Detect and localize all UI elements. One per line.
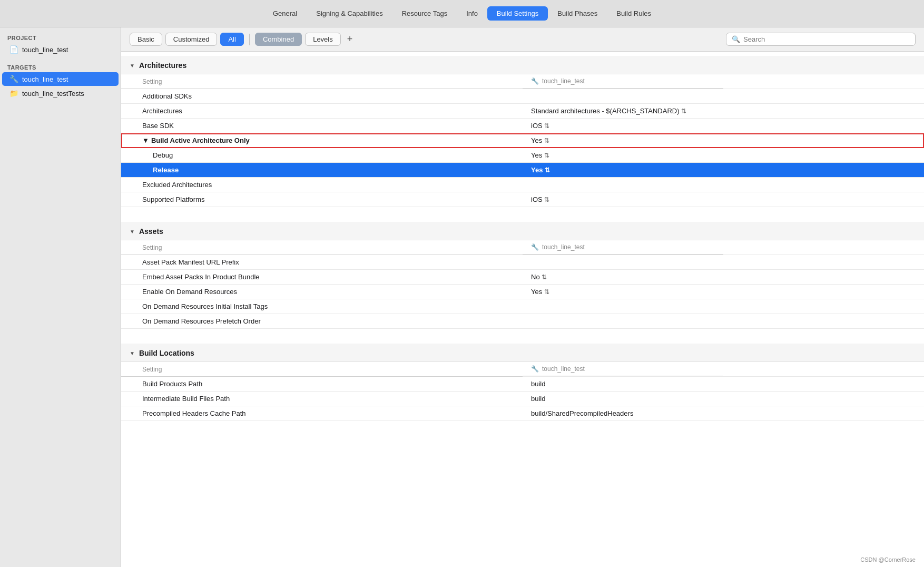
col-setting-header: Setting bbox=[121, 362, 523, 377]
sidebar-targets: 🔧 touch_line_test 📁 touch_line_testTests bbox=[0, 72, 121, 101]
target-icon-header: 🔧 bbox=[531, 77, 539, 85]
setting-value bbox=[523, 299, 924, 314]
setting-name: Supported Platforms bbox=[121, 192, 523, 207]
table-row[interactable]: Base SDKiOS ⇅ bbox=[121, 119, 924, 133]
table-row[interactable]: ReleaseYes ⇅ bbox=[121, 163, 924, 178]
stepper-icon[interactable]: ⇅ bbox=[544, 288, 549, 296]
sidebar-item-project[interactable]: 📄 touch_line_test bbox=[2, 43, 119, 56]
search-box: 🔍 bbox=[726, 33, 916, 46]
table-row[interactable]: Embed Asset Packs In Product BundleNo ⇅ bbox=[121, 270, 924, 285]
tab-build-phases[interactable]: Build Phases bbox=[548, 6, 607, 21]
table-row[interactable]: Enable On Demand ResourcesYes ⇅ bbox=[121, 285, 924, 299]
tab-signing[interactable]: Signing & Capabilities bbox=[307, 6, 392, 21]
table-row[interactable]: Precompiled Headers Cache Pathbuild/Shar… bbox=[121, 406, 924, 421]
table-row[interactable]: Build Products Pathbuild bbox=[121, 377, 924, 392]
setting-value: Standard architectures - $(ARCHS_STANDAR… bbox=[523, 104, 924, 119]
table-row[interactable]: DebugYes ⇅ bbox=[121, 148, 924, 163]
project-icon: 📄 bbox=[9, 45, 18, 54]
section-triangle: ▼ bbox=[130, 63, 135, 69]
setting-name: Build Products Path bbox=[121, 377, 523, 392]
stepper-icon[interactable]: ⇅ bbox=[544, 196, 549, 203]
search-icon: 🔍 bbox=[732, 35, 740, 43]
table-row[interactable]: Additional SDKs bbox=[121, 89, 924, 104]
setting-name: Additional SDKs bbox=[121, 89, 523, 104]
filter-combined-button[interactable]: Combined bbox=[255, 33, 302, 46]
sidebar: PROJECT 📄 touch_line_test TARGETS 🔧 touc… bbox=[0, 27, 121, 567]
table-row[interactable]: Intermediate Build Files Pathbuild bbox=[121, 392, 924, 406]
tab-build-settings[interactable]: Build Settings bbox=[487, 6, 548, 21]
targets-section-label: TARGETS bbox=[0, 62, 121, 72]
setting-value: Yes ⇅ bbox=[523, 148, 924, 163]
setting-value: build/SharedPrecompiledHeaders bbox=[523, 406, 924, 421]
table-row[interactable]: On Demand Resources Initial Install Tags bbox=[121, 299, 924, 314]
filter-bar: Basic Customized All Combined Levels + 🔍 bbox=[121, 27, 924, 52]
section-header-build-locations[interactable]: ▼Build Locations bbox=[121, 344, 924, 362]
target-icon: 📁 bbox=[9, 89, 18, 97]
filter-customized-button[interactable]: Customized bbox=[165, 33, 218, 46]
setting-value bbox=[523, 89, 924, 104]
filter-separator bbox=[249, 34, 250, 45]
content-area: Basic Customized All Combined Levels + 🔍… bbox=[121, 27, 924, 567]
setting-name: Architectures bbox=[121, 104, 523, 119]
stepper-icon[interactable]: ⇅ bbox=[544, 122, 549, 130]
section-title: Assets bbox=[139, 227, 163, 236]
project-section-label: PROJECT bbox=[0, 33, 121, 42]
filter-levels-button[interactable]: Levels bbox=[305, 33, 341, 46]
sidebar-item-touch_line_testTests[interactable]: 📁 touch_line_testTests bbox=[2, 86, 119, 100]
tab-general[interactable]: General bbox=[263, 6, 307, 21]
stepper-icon[interactable]: ⇅ bbox=[544, 152, 549, 159]
stepper-icon[interactable]: ⇅ bbox=[545, 167, 550, 174]
table-header-row: Setting 🔧 touch_line_test bbox=[121, 240, 924, 255]
setting-name: On Demand Resources Prefetch Order bbox=[121, 314, 523, 329]
sidebar-item-label: touch_line_testTests bbox=[22, 90, 84, 97]
section-header-assets[interactable]: ▼Assets bbox=[121, 222, 924, 240]
filter-basic-button[interactable]: Basic bbox=[130, 33, 162, 46]
sidebar-item-touch_line_test[interactable]: 🔧 touch_line_test bbox=[2, 72, 119, 86]
setting-name: Asset Pack Manifest URL Prefix bbox=[121, 255, 523, 270]
filter-add-button[interactable]: + bbox=[344, 34, 356, 45]
search-input[interactable] bbox=[743, 35, 910, 43]
section-triangle: ▼ bbox=[130, 229, 135, 234]
setting-value: Yes ⇅ bbox=[523, 163, 924, 178]
settings-table-assets: Setting 🔧 touch_line_test Asset Pack Man… bbox=[121, 240, 924, 329]
stepper-icon[interactable]: ⇅ bbox=[542, 273, 547, 281]
setting-name: Excluded Architectures bbox=[121, 178, 523, 192]
setting-name: Embed Asset Packs In Product Bundle bbox=[121, 270, 523, 285]
setting-value: iOS ⇅ bbox=[523, 119, 924, 133]
table-row[interactable]: ArchitecturesStandard architectures - $(… bbox=[121, 104, 924, 119]
tab-info[interactable]: Info bbox=[457, 6, 487, 21]
stepper-icon[interactable]: ⇅ bbox=[544, 137, 549, 144]
section-header-architectures[interactable]: ▼Architectures bbox=[121, 56, 924, 74]
setting-name: ▼Build Active Architecture Only bbox=[121, 133, 523, 148]
settings-content: ▼Architectures Setting 🔧 touch_line_test… bbox=[121, 52, 924, 567]
tab-build-rules[interactable]: Build Rules bbox=[607, 6, 661, 21]
section-title: Architectures bbox=[139, 61, 186, 70]
setting-value: No ⇅ bbox=[523, 270, 924, 285]
setting-name: Intermediate Build Files Path bbox=[121, 392, 523, 406]
project-item-label: touch_line_test bbox=[22, 46, 68, 54]
main-layout: PROJECT 📄 touch_line_test TARGETS 🔧 touc… bbox=[0, 27, 924, 567]
setting-name: Debug bbox=[121, 148, 523, 163]
section-triangle: ▼ bbox=[130, 350, 135, 356]
setting-name: Precompiled Headers Cache Path bbox=[121, 406, 523, 421]
setting-value: iOS ⇅ bbox=[523, 192, 924, 207]
settings-table-architectures: Setting 🔧 touch_line_test Additional SDK… bbox=[121, 74, 924, 207]
target-icon-header: 🔧 bbox=[531, 243, 539, 251]
table-row[interactable]: Supported PlatformsiOS ⇅ bbox=[121, 192, 924, 207]
tab-bar: GeneralSigning & CapabilitiesResource Ta… bbox=[0, 0, 924, 27]
sidebar-item-label: touch_line_test bbox=[22, 75, 68, 83]
col-value-header: 🔧 touch_line_test bbox=[523, 74, 723, 89]
table-row[interactable]: Asset Pack Manifest URL Prefix bbox=[121, 255, 924, 270]
tab-resource-tags[interactable]: Resource Tags bbox=[392, 6, 457, 21]
table-row[interactable]: ▼Build Active Architecture OnlyYes ⇅ bbox=[121, 133, 924, 148]
col-value-header: 🔧 touch_line_test bbox=[523, 240, 723, 255]
table-header-row: Setting 🔧 touch_line_test bbox=[121, 362, 924, 377]
table-row[interactable]: On Demand Resources Prefetch Order bbox=[121, 314, 924, 329]
sections-container: ▼Architectures Setting 🔧 touch_line_test… bbox=[121, 56, 924, 432]
stepper-icon[interactable]: ⇅ bbox=[681, 107, 686, 115]
section-title: Build Locations bbox=[139, 349, 194, 357]
setting-value: build bbox=[523, 392, 924, 406]
setting-value: Yes ⇅ bbox=[523, 133, 924, 148]
table-row[interactable]: Excluded Architectures bbox=[121, 178, 924, 192]
filter-all-button[interactable]: All bbox=[220, 33, 243, 46]
